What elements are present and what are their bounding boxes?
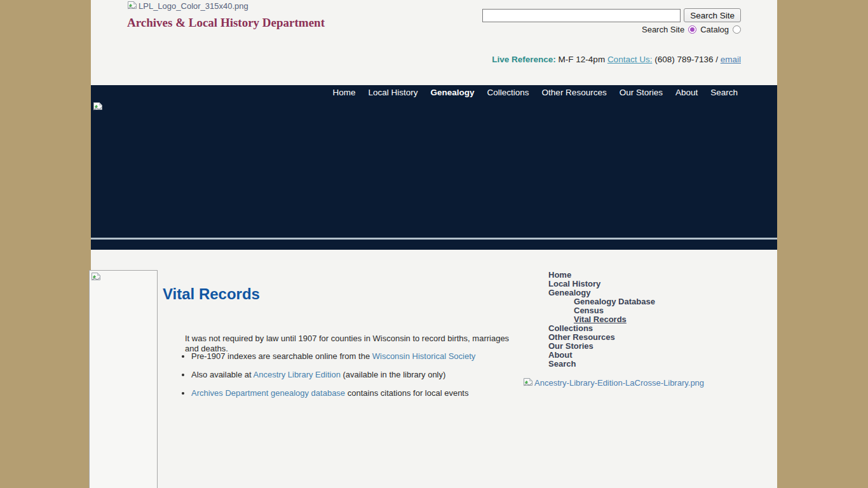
menu-item-census[interactable]: Census <box>548 306 655 315</box>
bullet-text: Also available at <box>191 370 254 379</box>
menu-item-home[interactable]: Home <box>548 271 655 280</box>
banner-bottom-strip <box>91 240 777 250</box>
list-item: Archives Department genealogy database c… <box>191 388 524 398</box>
menu-item-collections[interactable]: Collections <box>548 324 655 333</box>
broken-image-icon <box>127 1 137 11</box>
menu-item-search[interactable]: Search <box>548 360 655 369</box>
site-search: Search Site <box>482 8 741 22</box>
page-content-column: LPL_Logo_Color_315x40.png Archives & Loc… <box>91 0 777 488</box>
search-input[interactable] <box>482 9 681 22</box>
ancestry-library-edition-link[interactable]: Ancestry Library Edition <box>254 370 341 379</box>
nav-item-genealogy[interactable]: Genealogy <box>424 85 481 100</box>
ancestry-image-alt-text: Ancestry-Library-Edition-LaCrosse-Librar… <box>534 378 704 388</box>
bullet-text: (available in the library only) <box>341 370 445 379</box>
ancestry-broken-image-link[interactable]: Ancestry-Library-Edition-LaCrosse-Librar… <box>523 377 704 388</box>
live-reference-label: Live Reference: <box>492 55 556 64</box>
menu-item-genealogy-database[interactable]: Genealogy Database <box>548 297 655 306</box>
radio-search-site[interactable] <box>688 25 696 34</box>
intro-paragraph: It was not required by law until 1907 fo… <box>185 334 517 353</box>
live-reference-line: Live Reference: M-F 12-4pm Contact Us: (… <box>492 55 741 64</box>
menu-item-vital-records[interactable]: Vital Records <box>548 315 655 324</box>
nav-item-about[interactable]: About <box>669 85 704 100</box>
email-link[interactable]: email <box>721 55 741 64</box>
menu-item-genealogy[interactable]: Genealogy <box>548 288 655 297</box>
menu-item-our-stories[interactable]: Our Stories <box>548 342 655 351</box>
bullet-text: contains citations for local events <box>345 388 468 398</box>
bullet-list: Pre-1907 indexes are searchable online f… <box>180 351 524 407</box>
page-title: Vital Records <box>163 285 260 303</box>
banner-broken-image <box>91 100 777 238</box>
menu-item-about[interactable]: About <box>548 351 655 360</box>
contact-us-link[interactable]: Contact Us: <box>607 55 653 64</box>
radio-catalog[interactable] <box>733 25 741 34</box>
main-navigation: Home Local History Genealogy Collections… <box>91 85 777 100</box>
nav-item-collections[interactable]: Collections <box>481 85 536 100</box>
menu-item-local-history[interactable]: Local History <box>548 280 655 288</box>
radio-search-site-label: Search Site <box>642 25 684 34</box>
list-item: Pre-1907 indexes are searchable online f… <box>191 351 524 361</box>
live-reference-hours: M-F 12-4pm <box>556 55 607 64</box>
nav-item-local-history[interactable]: Local History <box>362 85 424 100</box>
sidebar-broken-image <box>89 270 158 488</box>
nav-item-home[interactable]: Home <box>327 85 362 100</box>
nav-item-our-stories[interactable]: Our Stories <box>613 85 669 100</box>
nav-item-other-resources[interactable]: Other Resources <box>536 85 613 100</box>
radio-catalog-label: Catalog <box>700 25 729 34</box>
browser-viewport: { "colors": { "page_background": "#b49e7… <box>0 0 868 488</box>
broken-image-icon <box>93 102 103 112</box>
broken-image-icon <box>91 272 101 282</box>
menu-item-other-resources[interactable]: Other Resources <box>548 333 655 342</box>
broken-image-icon <box>523 377 533 388</box>
department-title: Archives & Local History Department <box>127 16 325 30</box>
site-logo-broken-image[interactable]: LPL_Logo_Color_315x40.png <box>127 1 248 11</box>
list-item: Also available at Ancestry Library Editi… <box>191 370 524 379</box>
section-menu: Home Local History Genealogy Genealogy D… <box>548 271 655 369</box>
live-reference-phone: (608) 789-7136 / <box>652 55 720 64</box>
archives-genealogy-database-link[interactable]: Archives Department genealogy database <box>191 388 345 398</box>
nav-item-search[interactable]: Search <box>704 85 744 100</box>
bullet-text: Pre-1907 indexes are searchable online f… <box>191 351 372 361</box>
logo-alt-text: LPL_Logo_Color_315x40.png <box>139 1 248 11</box>
wisconsin-historical-society-link[interactable]: Wisconsin Historical Society <box>372 351 476 361</box>
search-site-button[interactable]: Search Site <box>684 8 741 22</box>
search-scope-radios: Search Site Catalog <box>642 25 741 34</box>
